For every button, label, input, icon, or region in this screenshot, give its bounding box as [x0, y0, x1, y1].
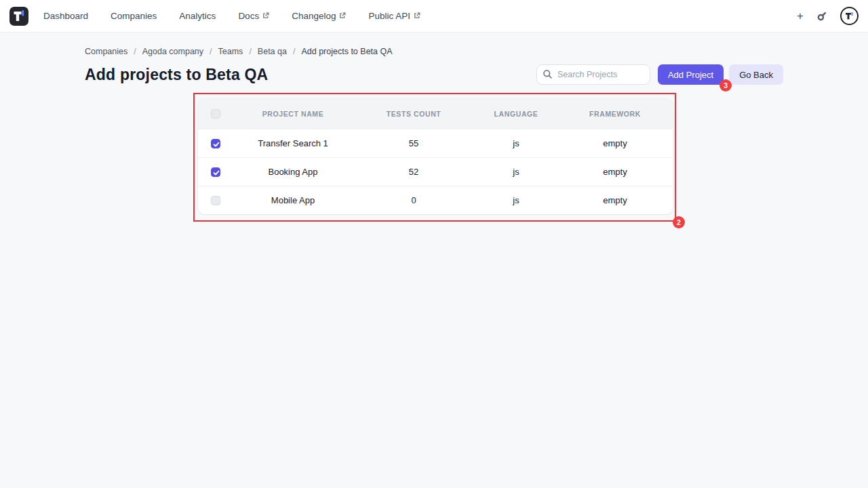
table-row: Transfer Search 155jsempty	[198, 129, 673, 157]
breadcrumb-separator: /	[210, 47, 212, 56]
primary-nav: DashboardCompaniesAnalyticsDocsChangelog…	[43, 11, 420, 21]
add-project-button[interactable]: Add Project 3	[658, 64, 724, 85]
col-header-tests-count: TESTS COUNT	[353, 99, 475, 129]
col-header-project-name: PROJECT NAME	[233, 99, 353, 129]
add-project-label: Add Project	[668, 70, 713, 80]
select-all-checkbox[interactable]	[211, 109, 220, 119]
tests-count-cell: 55	[353, 129, 475, 157]
framework-cell: empty	[557, 157, 673, 186]
external-link-icon	[262, 11, 269, 21]
project-name-cell: Mobile App	[233, 186, 353, 214]
col-header-framework: FRAMEWORK	[557, 99, 673, 129]
go-back-button[interactable]: Go Back	[729, 64, 783, 85]
breadcrumb-item[interactable]: Companies	[85, 47, 127, 56]
projects-table-card: PROJECT NAME TESTS COUNT LANGUAGE FRAMEW…	[198, 99, 673, 214]
nav-item-label: Docs	[238, 11, 259, 21]
table-row: Mobile App0jsempty	[198, 186, 673, 214]
breadcrumb: Companies/Agoda company/Teams/Beta qa/Ad…	[85, 47, 783, 56]
external-link-icon	[339, 11, 346, 21]
tests-count-cell: 52	[353, 157, 475, 186]
framework-cell: empty	[557, 129, 673, 157]
nav-item-label: Changelog	[292, 11, 336, 21]
breadcrumb-item[interactable]: Add projects to Beta QA	[301, 47, 392, 56]
nav-item-label: Dashboard	[43, 11, 88, 21]
framework-cell: empty	[557, 186, 673, 214]
top-navigation-bar: DashboardCompaniesAnalyticsDocsChangelog…	[0, 0, 868, 33]
language-cell: js	[475, 129, 557, 157]
nav-item-label: Public API	[368, 11, 410, 21]
topbar-actions: +	[797, 7, 859, 25]
project-name-cell: Booking App	[233, 157, 353, 186]
table-row: Booking App52jsempty	[198, 157, 673, 186]
table-header-row: PROJECT NAME TESTS COUNT LANGUAGE FRAMEW…	[198, 99, 673, 129]
external-link-icon	[414, 11, 420, 21]
page-title: Add projects to Beta QA	[85, 66, 268, 84]
nav-item-label: Companies	[111, 11, 157, 21]
search-projects-input[interactable]	[536, 64, 650, 85]
row-checkbox[interactable]	[211, 139, 220, 148]
search-projects-box	[536, 64, 650, 85]
search-icon	[542, 69, 553, 79]
breadcrumb-separator: /	[249, 47, 251, 56]
language-cell: js	[475, 157, 557, 186]
breadcrumb-separator: /	[293, 47, 295, 56]
breadcrumb-item[interactable]: Agoda company	[142, 47, 203, 56]
nav-item-companies[interactable]: Companies	[111, 11, 157, 21]
breadcrumb-separator: /	[134, 47, 136, 56]
nav-item-docs[interactable]: Docs	[238, 11, 269, 21]
annotation-badge-3: 3	[719, 79, 732, 92]
row-checkbox[interactable]	[211, 167, 220, 177]
projects-table: PROJECT NAME TESTS COUNT LANGUAGE FRAMEW…	[198, 99, 673, 214]
language-cell: js	[475, 186, 557, 214]
page-controls: Add Project 3 Go Back	[536, 64, 783, 85]
annotation-rect-2: PROJECT NAME TESTS COUNT LANGUAGE FRAMEW…	[193, 93, 676, 222]
main-content: Companies/Agoda company/Teams/Beta qa/Ad…	[0, 47, 868, 222]
col-header-language: LANGUAGE	[475, 99, 557, 129]
nav-item-analytics[interactable]: Analytics	[179, 11, 216, 21]
row-checkbox[interactable]	[211, 196, 220, 205]
project-name-cell: Transfer Search 1	[233, 129, 353, 157]
nav-item-dashboard[interactable]: Dashboard	[43, 11, 88, 21]
page-header-row: Add projects to Beta QA Add Project 3 Go…	[85, 64, 783, 85]
app-logo-icon[interactable]	[9, 7, 28, 26]
nav-item-label: Analytics	[179, 11, 216, 21]
add-new-icon[interactable]: +	[797, 10, 804, 22]
user-avatar[interactable]	[840, 7, 859, 25]
nav-item-public-api[interactable]: Public API	[368, 11, 420, 21]
annotation-badge-2: 2	[673, 216, 685, 228]
nav-item-changelog[interactable]: Changelog	[292, 11, 346, 21]
tests-count-cell: 0	[353, 186, 475, 214]
support-icon[interactable]	[816, 10, 828, 22]
breadcrumb-item[interactable]: Teams	[218, 47, 243, 56]
breadcrumb-item[interactable]: Beta qa	[258, 47, 287, 56]
